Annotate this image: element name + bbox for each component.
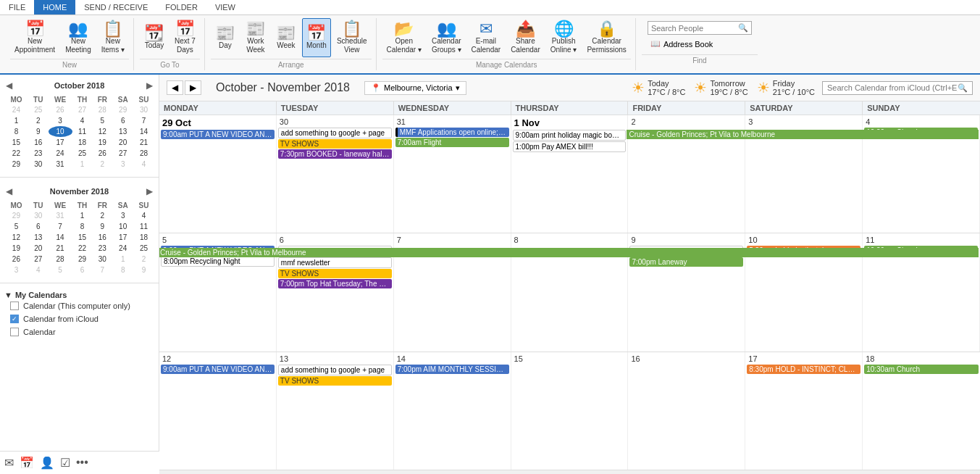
- event[interactable]: 8:00pm Recycling Night: [161, 256, 275, 267]
- new-meeting-button[interactable]: 👥 NewMeeting: [61, 18, 96, 57]
- mini-cal-day[interactable]: 2: [92, 210, 112, 221]
- mini-cal-day[interactable]: 26: [49, 104, 72, 115]
- mini-cal-day[interactable]: 19: [4, 243, 28, 254]
- mini-cal-day[interactable]: 4: [72, 115, 93, 126]
- mini-cal-day[interactable]: 31: [49, 210, 72, 221]
- mini-cal-day[interactable]: 12: [92, 126, 112, 137]
- mini-cal-day[interactable]: 29: [4, 159, 28, 170]
- tab-home[interactable]: HOME: [34, 0, 75, 14]
- mini-cal-day[interactable]: 30: [92, 254, 112, 265]
- mini-cal-day[interactable]: 21: [133, 137, 154, 148]
- mini-cal-day[interactable]: 14: [133, 126, 154, 137]
- mini-cal-day[interactable]: 27: [72, 104, 93, 115]
- event[interactable]: TV SHOWS: [278, 269, 392, 278]
- mini-cal-day[interactable]: 10: [112, 221, 133, 232]
- mini-cal-day[interactable]: 22: [72, 243, 93, 254]
- mini-cal-day[interactable]: 11: [72, 126, 93, 137]
- mini-cal-day[interactable]: 7: [49, 221, 72, 232]
- mini-cal-day[interactable]: 12: [4, 232, 28, 243]
- mini-cal-day[interactable]: 26: [92, 148, 112, 159]
- mini-cal-day[interactable]: 7: [92, 265, 112, 275]
- mini-cal-day[interactable]: 9: [28, 126, 49, 137]
- location-selector[interactable]: 📍 Melbourne, Victoria ▾: [364, 81, 466, 95]
- mini-cal-day[interactable]: 13: [28, 232, 49, 243]
- cal-search-box[interactable]: 🔍: [822, 81, 973, 95]
- cal-next-button[interactable]: ▶: [185, 80, 201, 95]
- event[interactable]: mmf newsletter: [278, 257, 392, 268]
- mini-cal-day[interactable]: 11: [133, 221, 154, 232]
- mini-cal-day[interactable]: 3: [112, 159, 133, 170]
- event[interactable]: MMF Applications open online; Close Jan …: [395, 128, 509, 137]
- mini-cal-day[interactable]: 20: [112, 137, 133, 148]
- new-appointment-button[interactable]: 📅 NewAppointment: [10, 18, 59, 57]
- tab-folder[interactable]: FOLDER: [156, 0, 206, 14]
- cal-checkbox-computer[interactable]: [10, 302, 19, 310]
- mini-cal-day[interactable]: 1: [72, 210, 93, 221]
- share-calendar-button[interactable]: 📤 ShareCalendar: [506, 18, 545, 57]
- mini-cal-day[interactable]: 6: [28, 221, 49, 232]
- mini-cal-day[interactable]: 30: [28, 210, 49, 221]
- mini-cal-day[interactable]: 4: [28, 265, 49, 275]
- new-items-button[interactable]: 📋 NewItems ▾: [97, 18, 129, 57]
- mini-cal-day[interactable]: 25: [28, 104, 49, 115]
- today-button[interactable]: 📆 Today: [140, 18, 169, 57]
- mini-cal-day[interactable]: 30: [133, 104, 154, 115]
- mini-cal-day[interactable]: 28: [133, 148, 154, 159]
- mini-cal-day[interactable]: 28: [49, 254, 72, 265]
- mini-cal-day[interactable]: 18: [72, 137, 93, 148]
- cruise-event-w1[interactable]: Cruise - Golden Princes; Pt Vila to Melb…: [627, 130, 979, 139]
- mini-cal-day[interactable]: 25: [133, 243, 154, 254]
- publish-online-button[interactable]: 🌐 PublishOnline ▾: [546, 18, 582, 57]
- calendar-icon[interactable]: 📅: [20, 456, 34, 470]
- nov-prev-nav[interactable]: ◀: [6, 186, 12, 196]
- mini-cal-day[interactable]: 6: [72, 265, 93, 275]
- my-calendars-header[interactable]: ▼ My Calendars: [4, 291, 154, 299]
- day-view-button[interactable]: 📰 Day: [211, 18, 240, 57]
- event[interactable]: 9:00am PUT A NEW VIDEO AND NEWS ON AIM S…: [161, 365, 275, 374]
- mini-cal-day[interactable]: 20: [28, 243, 49, 254]
- mini-cal-day[interactable]: 10: [49, 126, 72, 137]
- mini-cal-day[interactable]: 2: [133, 254, 154, 265]
- cal-permissions-button[interactable]: 🔒 CalendarPermissions: [582, 18, 630, 57]
- mini-cal-day[interactable]: 8: [4, 126, 28, 137]
- more-icon[interactable]: •••: [76, 456, 88, 470]
- schedule-view-button[interactable]: 📋 ScheduleView: [332, 18, 372, 57]
- mini-cal-day[interactable]: 17: [49, 137, 72, 148]
- work-week-button[interactable]: 📰 WorkWeek: [241, 18, 270, 57]
- mini-cal-day[interactable]: 28: [92, 104, 112, 115]
- mini-cal-day[interactable]: 24: [49, 148, 72, 159]
- mini-cal-day[interactable]: 29: [112, 104, 133, 115]
- mini-cal-day[interactable]: 14: [49, 232, 72, 243]
- event[interactable]: 9:00am print holiday magic booklet; in d…: [513, 130, 627, 141]
- mini-cal-day[interactable]: 31: [49, 159, 72, 170]
- address-book-button[interactable]: 📖 Address Book: [648, 38, 752, 50]
- mini-cal-day[interactable]: 8: [72, 221, 93, 232]
- mini-cal-day[interactable]: 1: [72, 159, 93, 170]
- mini-cal-day[interactable]: 16: [28, 137, 49, 148]
- month-button[interactable]: 📅 Month: [302, 18, 331, 57]
- mini-cal-day[interactable]: 4: [133, 210, 154, 221]
- mini-cal-day[interactable]: 9: [133, 265, 154, 275]
- week-button[interactable]: 📰 Week: [272, 18, 301, 57]
- mini-cal-day[interactable]: 24: [112, 243, 133, 254]
- open-calendar-button[interactable]: 📂 OpenCalendar ▾: [382, 18, 426, 57]
- calendar-groups-button[interactable]: 👥 CalendarGroups ▾: [427, 18, 466, 57]
- cal-search-input[interactable]: [827, 83, 958, 92]
- mini-cal-day[interactable]: 9: [92, 221, 112, 232]
- mini-cal-day[interactable]: 29: [72, 254, 93, 265]
- mini-cal-day[interactable]: 15: [72, 232, 93, 243]
- mini-cal-day[interactable]: 24: [4, 104, 28, 115]
- event[interactable]: 9:00am PUT A NEW VIDEO AND NEWS ON AIM S…: [161, 130, 275, 139]
- people-icon[interactable]: 👤: [40, 456, 54, 470]
- cal-item-computer[interactable]: Calendar (This computer only): [4, 299, 154, 312]
- search-people-box[interactable]: 🔍: [648, 21, 752, 35]
- event[interactable]: 7:30pm BOOKED - laneway halloween: [278, 149, 392, 159]
- mini-cal-day[interactable]: 29: [4, 210, 28, 221]
- mini-cal-day[interactable]: 22: [4, 148, 28, 159]
- cal-item-icloud[interactable]: ✓ Calendar from iCloud: [4, 312, 154, 325]
- mini-cal-day[interactable]: 25: [72, 148, 93, 159]
- mini-cal-day[interactable]: 7: [133, 115, 154, 126]
- mini-cal-day[interactable]: 5: [92, 115, 112, 126]
- mini-cal-day[interactable]: 26: [4, 254, 28, 265]
- mini-cal-day[interactable]: 19: [92, 137, 112, 148]
